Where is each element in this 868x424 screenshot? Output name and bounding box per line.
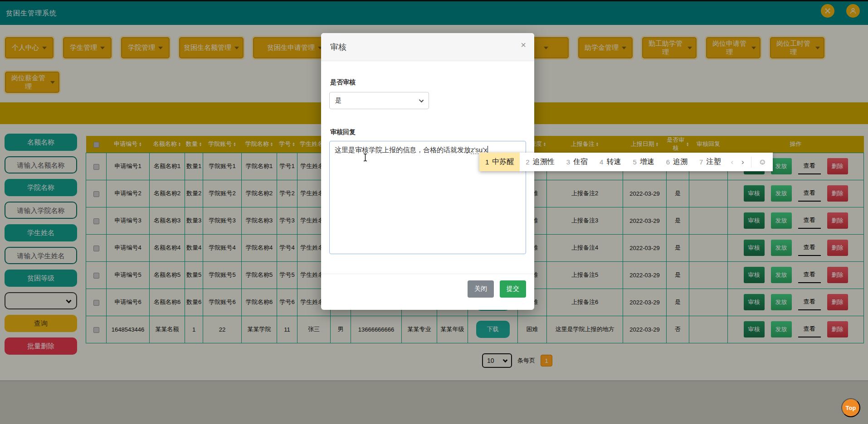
review-reply-label: 审核回复 [330, 128, 526, 136]
ime-candidate-3[interactable]: 3住宿 [561, 153, 594, 171]
modal-title: 审核 [330, 42, 346, 53]
ime-candidate-2[interactable]: 2追溯性 [520, 153, 560, 171]
ime-candidate-4[interactable]: 4转速 [594, 153, 627, 171]
modal-submit-button[interactable]: 提交 [500, 280, 526, 298]
modal-close-button[interactable]: 关闭 [468, 280, 494, 298]
ime-candidate-7[interactable]: 7注塑 [693, 153, 727, 171]
chevron-down-icon [419, 98, 424, 102]
ime-candidate-5[interactable]: 5增速 [627, 153, 660, 171]
ime-candidate-1[interactable]: 1中苏醒 [479, 153, 520, 171]
ime-emoji-icon[interactable]: ☺ [754, 158, 771, 167]
close-icon[interactable]: × [521, 40, 526, 49]
ime-candidate-bar: 1中苏醒 2追溯性 3住宿 4转速 5增速 6追溯 7注塑 ‹ › ☺ [479, 153, 773, 171]
ime-next-icon[interactable]: › [737, 158, 748, 167]
audit-modal: 审核 × 是否审核 是 审核回复 这里是审核学院上报的信息，合格的话就发放z's… [321, 33, 534, 310]
modal-header: 审核 × [321, 33, 534, 61]
ime-prev-icon[interactable]: ‹ [727, 158, 737, 167]
modal-footer: 关闭 提交 [321, 274, 534, 298]
review-select[interactable]: 是 [329, 92, 429, 109]
review-question-label: 是否审核 [330, 78, 526, 87]
ime-divider [751, 157, 751, 168]
ime-candidate-6[interactable]: 6追溯 [660, 153, 693, 171]
mouse-ibeam-cursor [363, 153, 368, 164]
back-to-top-button[interactable]: Top [841, 398, 860, 417]
